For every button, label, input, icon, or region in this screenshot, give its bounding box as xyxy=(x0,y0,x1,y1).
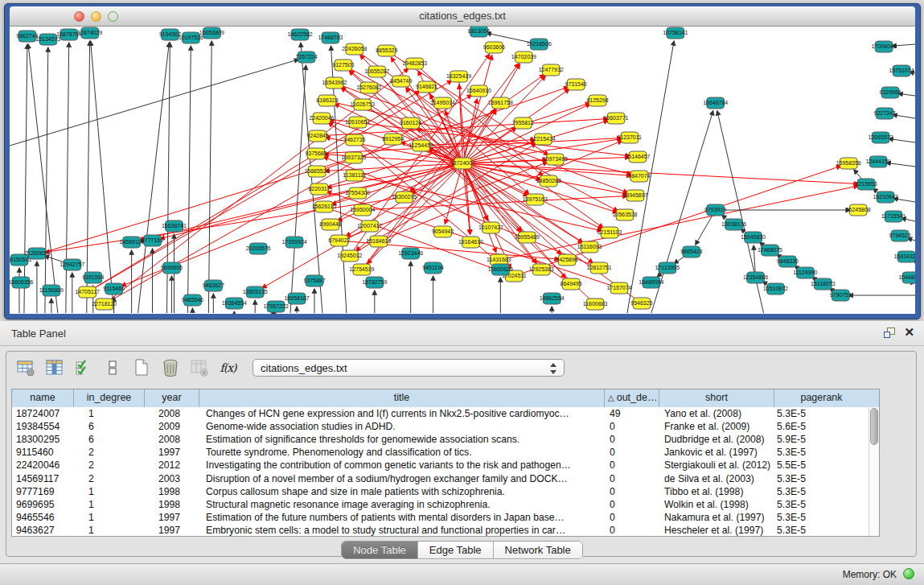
citation-edge-black[interactable] xyxy=(28,44,58,313)
graph-node[interactable]: 13038176 xyxy=(721,219,746,230)
graph-node[interactable]: 10448510 xyxy=(898,272,915,283)
graph-node[interactable]: 15184619 xyxy=(366,236,391,247)
graph-node[interactable]: 17157074 xyxy=(606,282,631,294)
tab-node-table[interactable]: Node Table xyxy=(342,542,418,558)
graph-node[interactable]: 6794022 xyxy=(328,235,350,246)
graph-node[interactable]: 16648784 xyxy=(703,97,728,109)
graph-node[interactable]: 9462735 xyxy=(343,134,365,146)
graph-node[interactable]: 19482853 xyxy=(402,58,427,69)
network-table-selector[interactable]: citations_edges.txt xyxy=(253,359,565,377)
graph-node[interactable]: 16937325 xyxy=(341,152,366,163)
citation-edge-red[interactable] xyxy=(462,163,593,263)
graph-node[interactable]: 12754519 xyxy=(349,264,374,275)
graph-node[interactable]: 16640910 xyxy=(466,85,491,97)
table-vertical-scrollbar[interactable] xyxy=(869,407,879,536)
graph-node[interactable]: 17359924 xyxy=(282,237,307,248)
graph-node[interactable]: 10600620 xyxy=(488,264,513,275)
citation-edge-black[interactable] xyxy=(301,43,322,313)
column-header-short[interactable]: short xyxy=(659,389,774,407)
graph-node[interactable]: 15276082 xyxy=(356,82,381,93)
graph-node[interactable]: 8855329 xyxy=(376,45,397,56)
graph-node[interactable]: 22426058 xyxy=(342,43,367,55)
graph-node[interactable]: 16638741 xyxy=(162,220,187,232)
graph-node[interactable]: 14702039 xyxy=(511,51,536,63)
graph-node[interactable]: 17468075 xyxy=(758,245,782,256)
graph-node[interactable]: 16961758 xyxy=(488,97,513,109)
graph-node[interactable]: 18945897 xyxy=(622,190,647,201)
graph-node[interactable]: 9777169 xyxy=(142,235,163,246)
graph-node[interactable]: 10758141 xyxy=(663,27,688,39)
table-settings-icon[interactable] xyxy=(14,357,36,378)
graph-node[interactable]: 15885520 xyxy=(304,166,329,177)
graph-node[interactable]: 18300295 xyxy=(392,192,417,203)
graph-node[interactable]: 9329966 xyxy=(879,87,901,98)
graph-node[interactable]: 21260650 xyxy=(24,248,49,259)
graph-node[interactable]: 19245012 xyxy=(337,250,362,262)
graph-node[interactable]: 8813054 xyxy=(468,27,490,37)
graph-node[interactable]: 9463627 xyxy=(203,280,224,291)
row-height-icon[interactable] xyxy=(101,357,123,378)
graph-node[interactable]: 7955812 xyxy=(512,117,534,129)
graph-node[interactable]: 16958167 xyxy=(285,293,310,304)
graph-node[interactable]: 9451194 xyxy=(422,262,444,274)
graph-node[interactable]: 16934322 xyxy=(894,251,915,262)
graph-node[interactable]: 17113995 xyxy=(655,262,680,274)
graph-node[interactable]: 17004045 xyxy=(872,41,897,52)
graph-node[interactable]: 12093572 xyxy=(869,132,893,143)
graph-node[interactable]: 13975163 xyxy=(523,194,548,205)
citation-edge-red[interactable] xyxy=(446,111,463,164)
graph-node[interactable]: 17957223 xyxy=(264,301,289,312)
graph-node[interactable]: 9391594 xyxy=(82,272,104,283)
graph-node[interactable]: 11600883 xyxy=(583,299,608,310)
graph-node[interactable]: 7357224 xyxy=(295,51,317,63)
graph-node[interactable]: 8215953 xyxy=(856,179,877,190)
citation-edge-red[interactable] xyxy=(462,163,858,184)
graph-node[interactable]: 10973493 xyxy=(543,154,568,165)
graph-node[interactable]: 8125298 xyxy=(586,95,608,106)
column-header-year[interactable]: year xyxy=(145,389,199,407)
graph-node[interactable]: 15751074 xyxy=(889,65,914,76)
graph-node[interactable]: 11715541 xyxy=(881,211,906,222)
new-table-icon[interactable] xyxy=(130,357,152,378)
network-window-titlebar[interactable]: citations_edges.txt xyxy=(10,6,915,27)
memory-status-icon[interactable] xyxy=(903,568,914,579)
graph-node[interactable]: 11254459 xyxy=(409,140,433,151)
close-panel-icon[interactable]: ✕ xyxy=(904,326,914,339)
table-row[interactable]: 969969511998Structural magnetic resonanc… xyxy=(12,498,869,511)
graph-node[interactable]: 14662554 xyxy=(540,293,565,304)
graph-node[interactable]: 9115460 xyxy=(103,283,125,295)
graph-node[interactable]: 15626115 xyxy=(312,201,337,212)
graph-node[interactable]: 15146457 xyxy=(625,151,650,163)
graph-node[interactable]: 8454749 xyxy=(390,76,412,87)
graph-node[interactable]: 8793919 xyxy=(704,204,726,216)
graph-node[interactable]: 12477932 xyxy=(539,64,564,76)
graph-node[interactable]: 15118073 xyxy=(811,278,836,290)
graph-node[interactable]: 11495014 xyxy=(430,97,455,109)
graph-node[interactable]: 12151103 xyxy=(598,227,622,238)
citation-edge-black[interactable] xyxy=(893,115,915,118)
graph-node[interactable]: 11026753 xyxy=(351,99,376,110)
table-row[interactable]: 1938455462009Genome-wide association stu… xyxy=(12,420,869,433)
graph-node[interactable]: 13505135 xyxy=(243,286,268,298)
show-columns-icon[interactable] xyxy=(43,357,65,378)
graph-node[interactable]: 19218506 xyxy=(527,39,552,50)
graph-node[interactable]: 9847074 xyxy=(628,171,650,182)
graph-node[interactable]: 9794523 xyxy=(889,230,910,241)
table-row[interactable]: 1830029562008Estimation of significance … xyxy=(12,433,869,446)
table-row[interactable]: 977716911998Corpus callosum shape and si… xyxy=(12,485,869,498)
graph-node[interactable]: 20206576 xyxy=(246,243,271,254)
graph-node[interactable]: 16603771 xyxy=(603,113,628,124)
citation-edge-black[interactable] xyxy=(187,46,191,313)
graph-node[interactable]: 16245808 xyxy=(846,204,871,216)
graph-node[interactable]: 15955489 xyxy=(515,232,540,243)
table-row[interactable]: 946554611997Estimation of the future num… xyxy=(12,511,869,524)
graph-node[interactable]: 8649495 xyxy=(561,278,582,290)
graph-node[interactable]: 14850283 xyxy=(536,175,561,187)
graph-node[interactable]: 11381111 xyxy=(343,170,366,181)
graph-node[interactable]: 12812751 xyxy=(587,262,612,274)
graph-node[interactable]: 9375887 xyxy=(303,275,325,286)
table-row[interactable]: 911546021997Tourette syndrome. Phenomeno… xyxy=(12,446,869,459)
column-header-name[interactable]: name xyxy=(12,389,74,407)
graph-node[interactable]: 11156869 xyxy=(39,285,64,296)
graph-node[interactable]: 17554300 xyxy=(345,187,370,199)
